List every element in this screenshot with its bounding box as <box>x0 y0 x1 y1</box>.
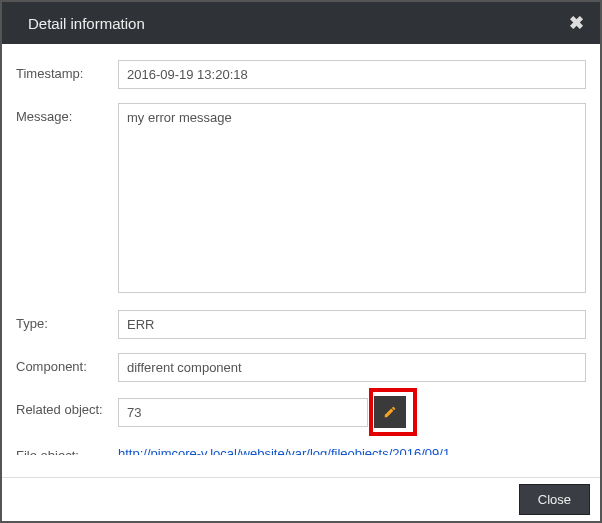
component-input[interactable] <box>118 353 586 382</box>
label-type: Type: <box>16 310 118 331</box>
message-textarea[interactable]: my error message <box>118 103 586 293</box>
dialog-titlebar: Detail information ✖ <box>2 2 600 44</box>
edit-related-object-button[interactable] <box>374 396 406 428</box>
label-timestamp: Timestamp: <box>16 60 118 81</box>
file-object-link[interactable]: http://pimcore-v.local/website/var/log/f… <box>118 442 461 455</box>
row-file-object: File object: http://pimcore-v.local/webs… <box>16 442 586 455</box>
row-type: Type: <box>16 310 586 339</box>
label-component: Component: <box>16 353 118 374</box>
close-button[interactable]: Close <box>519 484 590 515</box>
row-related-object: Related object: <box>16 396 586 428</box>
row-message: Message: my error message <box>16 103 586 296</box>
dialog-title: Detail information <box>28 15 569 32</box>
related-object-input[interactable] <box>118 398 368 427</box>
dialog-footer: Close <box>2 477 600 521</box>
dialog-body: Timestamp: Message: my error message Typ… <box>2 44 600 477</box>
label-file-object: File object: <box>16 442 118 455</box>
pencil-icon <box>383 405 397 419</box>
row-component: Component: <box>16 353 586 382</box>
label-message: Message: <box>16 103 118 124</box>
dialog-frame: Detail information ✖ Timestamp: Message:… <box>0 0 602 523</box>
timestamp-input[interactable] <box>118 60 586 89</box>
label-related-object: Related object: <box>16 396 118 417</box>
row-timestamp: Timestamp: <box>16 60 586 89</box>
detail-form: Timestamp: Message: my error message Typ… <box>6 48 596 455</box>
horizontal-scroll-region[interactable] <box>6 457 580 473</box>
vertical-scroll-region[interactable]: Timestamp: Message: my error message Typ… <box>6 48 596 455</box>
close-icon[interactable]: ✖ <box>569 12 584 34</box>
type-input[interactable] <box>118 310 586 339</box>
